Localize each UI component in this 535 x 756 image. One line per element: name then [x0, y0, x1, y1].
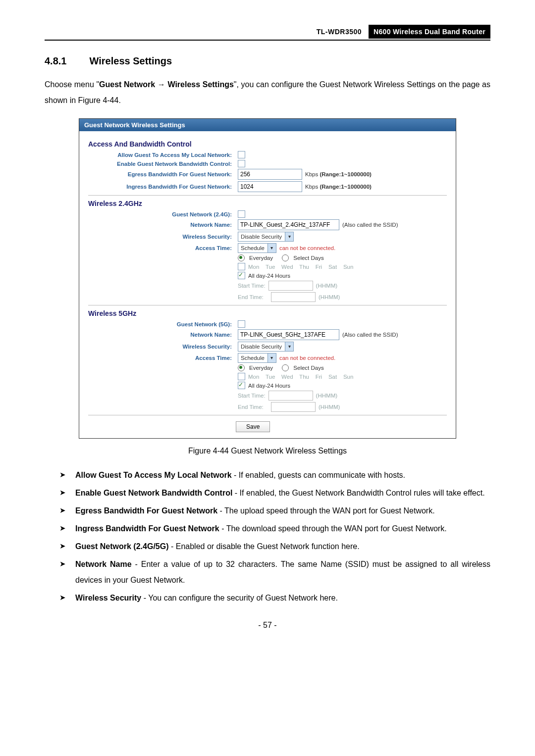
- w24-end-hhmm: (HHMM): [319, 294, 340, 300]
- w24-end-label: End Time:: [238, 294, 264, 300]
- w5-everyday-radio[interactable]: [238, 364, 245, 371]
- list-item: Wireless Security - You can configure th…: [59, 590, 490, 606]
- w24-start-label: Start Time:: [238, 283, 266, 289]
- w5-allday-label: All day-24 Hours: [248, 383, 290, 389]
- egress-input[interactable]: [238, 169, 302, 180]
- egress-label: Egress Bandwidth For Guest Network:: [88, 171, 238, 177]
- model-label: TL-WDR3500: [317, 28, 362, 36]
- figure-wrap: Guest Network Wireless Settings Access A…: [45, 118, 490, 455]
- w24-heading: Wireless 2.4GHz: [88, 200, 447, 207]
- allow-guest-label: Allow Guest To Access My Local Network:: [88, 152, 238, 158]
- ingress-label: Ingress Bandwidth For Guest Network:: [88, 184, 238, 190]
- sep-1: [88, 195, 447, 196]
- list-item: Egress Bandwidth For Guest Network - The…: [59, 503, 490, 519]
- w24-days: Mon Tue Wed Thu Fri Sat Sun: [248, 264, 353, 270]
- w24-cannot: can not be connected.: [279, 245, 335, 251]
- w24-name-hint: (Also called the SSID): [342, 222, 398, 228]
- enable-bw-label: Enable Guest Network Bandwidth Control:: [88, 161, 238, 167]
- w24-allday-label: All day-24 Hours: [248, 273, 290, 279]
- w5-end-hhmm: (HHMM): [319, 404, 340, 410]
- w24-selectdays-radio[interactable]: [282, 254, 289, 261]
- sep-2: [88, 305, 447, 305]
- w5-days: Mon Tue Wed Thu Fri Sat Sun: [248, 374, 353, 380]
- w24-selectdays-label: Select Days: [293, 255, 323, 261]
- list-item: Enable Guest Network Bandwidth Control -…: [59, 485, 490, 501]
- bullet-list: Allow Guest To Access My Local Network -…: [45, 467, 490, 606]
- panel-title: Guest Network Wireless Settings: [79, 119, 456, 131]
- w5-sec-label: Wireless Security:: [88, 344, 238, 350]
- save-button[interactable]: Save: [236, 421, 270, 432]
- w24-enable-checkbox[interactable]: [238, 210, 245, 218]
- w5-start-label: Start Time:: [238, 393, 266, 399]
- header-bar: TL-WDR3500 N600 Wireless Dual Band Route…: [45, 25, 490, 39]
- w24-start-input[interactable]: [268, 281, 313, 291]
- w5-enable-label: Guest Network (5G):: [88, 321, 238, 327]
- router-config-panel: Guest Network Wireless Settings Access A…: [79, 118, 456, 439]
- w5-cannot: can not be connected.: [279, 355, 335, 361]
- list-item: Guest Network (2.4G/5G) - Enabled or dis…: [59, 539, 490, 554]
- egress-hint: Kbps (Range:1~1000000): [305, 171, 372, 177]
- w5-name-input[interactable]: [238, 329, 339, 340]
- w5-enable-checkbox[interactable]: [238, 320, 245, 328]
- w24-name-label: Network Name:: [88, 222, 238, 228]
- chevron-down-icon: ▾: [268, 353, 276, 362]
- section-title: Wireless Settings: [90, 55, 172, 66]
- w5-acc-label: Access Time:: [88, 355, 238, 361]
- page-number: - 57 -: [45, 621, 490, 630]
- w5-everyday-label: Everyday: [249, 365, 273, 371]
- w24-allday-checkbox[interactable]: [238, 272, 245, 279]
- w24-everyday-radio[interactable]: [238, 254, 245, 261]
- w5-sec-select[interactable]: Disable Security▾: [238, 342, 294, 352]
- allow-guest-checkbox[interactable]: [238, 151, 245, 158]
- w5-start-hhmm: (HHMM): [316, 393, 337, 399]
- w5-heading: Wireless 5GHz: [88, 309, 447, 317]
- w24-everyday-label: Everyday: [249, 255, 273, 261]
- product-name: N600 Wireless Dual Band Router: [369, 25, 490, 39]
- chevron-down-icon: ▾: [268, 244, 276, 252]
- w5-name-label: Network Name:: [88, 332, 238, 338]
- figure-caption: Figure 4-44 Guest Network Wireless Setti…: [45, 447, 490, 455]
- w24-schedule-select[interactable]: Schedule▾: [238, 243, 276, 253]
- w5-allday-checkbox[interactable]: [238, 382, 245, 389]
- list-item: Network Name - Enter a value of up to 32…: [59, 556, 490, 588]
- w24-sec-select[interactable]: Disable Security▾: [238, 232, 294, 242]
- section-number: 4.8.1: [45, 55, 87, 67]
- list-item: Ingress Bandwidth For Guest Network - Th…: [59, 521, 490, 537]
- w24-acc-label: Access Time:: [88, 245, 238, 251]
- chevron-down-icon: ▾: [285, 342, 293, 351]
- w5-schedule-select[interactable]: Schedule▾: [238, 353, 276, 363]
- list-item: Allow Guest To Access My Local Network -…: [59, 467, 490, 483]
- w5-start-input[interactable]: [268, 391, 313, 401]
- ingress-input[interactable]: [238, 181, 302, 192]
- w5-end-label: End Time:: [238, 404, 264, 410]
- enable-bw-checkbox[interactable]: [238, 160, 245, 167]
- w24-end-input[interactable]: [271, 292, 316, 302]
- w5-day-checkbox[interactable]: [238, 373, 245, 380]
- section-heading: 4.8.1 Wireless Settings: [45, 55, 490, 67]
- w24-day-checkbox[interactable]: [238, 263, 245, 270]
- w5-selectdays-radio[interactable]: [282, 364, 289, 371]
- w24-sec-label: Wireless Security:: [88, 234, 238, 240]
- w5-name-hint: (Also called the SSID): [342, 332, 398, 338]
- header-rule: [45, 40, 490, 41]
- w24-start-hhmm: (HHMM): [316, 283, 337, 289]
- chevron-down-icon: ▾: [285, 232, 293, 241]
- ingress-hint: Kbps (Range:1~1000000): [305, 184, 372, 190]
- w24-name-input[interactable]: [238, 219, 339, 230]
- w5-selectdays-label: Select Days: [293, 365, 323, 371]
- bw-heading: Access And Bandwidth Control: [88, 140, 447, 148]
- w24-enable-label: Guest Network (2.4G):: [88, 211, 238, 217]
- sep-3: [88, 415, 447, 415]
- intro-paragraph: Choose menu "Guest Network → Wireless Se…: [45, 77, 490, 108]
- w5-end-input[interactable]: [271, 402, 316, 412]
